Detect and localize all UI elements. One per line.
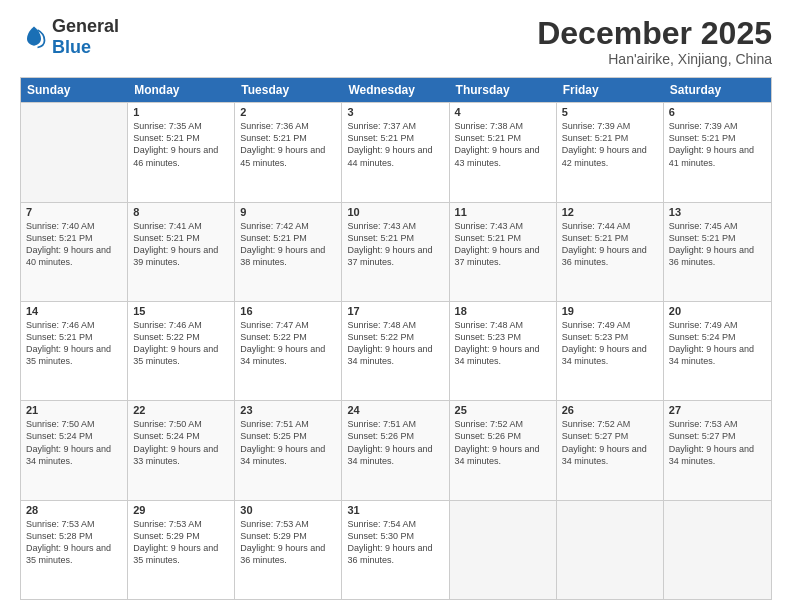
calendar-row-1: 7Sunrise: 7:40 AMSunset: 5:21 PMDaylight… bbox=[21, 202, 771, 301]
table-row: 9Sunrise: 7:42 AMSunset: 5:21 PMDaylight… bbox=[235, 203, 342, 301]
cell-info: Sunrise: 7:53 AMSunset: 5:29 PMDaylight:… bbox=[133, 518, 229, 567]
day-number: 18 bbox=[455, 305, 551, 317]
day-number: 6 bbox=[669, 106, 766, 118]
day-number: 12 bbox=[562, 206, 658, 218]
weekday-wednesday: Wednesday bbox=[342, 78, 449, 102]
cell-info: Sunrise: 7:39 AMSunset: 5:21 PMDaylight:… bbox=[562, 120, 658, 169]
cell-info: Sunrise: 7:46 AMSunset: 5:22 PMDaylight:… bbox=[133, 319, 229, 368]
table-row: 31Sunrise: 7:54 AMSunset: 5:30 PMDayligh… bbox=[342, 501, 449, 599]
table-row: 2Sunrise: 7:36 AMSunset: 5:21 PMDaylight… bbox=[235, 103, 342, 201]
table-row: 17Sunrise: 7:48 AMSunset: 5:22 PMDayligh… bbox=[342, 302, 449, 400]
day-number: 9 bbox=[240, 206, 336, 218]
day-number: 4 bbox=[455, 106, 551, 118]
day-number: 31 bbox=[347, 504, 443, 516]
calendar-row-2: 14Sunrise: 7:46 AMSunset: 5:21 PMDayligh… bbox=[21, 301, 771, 400]
logo-general: General bbox=[52, 16, 119, 36]
weekday-thursday: Thursday bbox=[450, 78, 557, 102]
day-number: 8 bbox=[133, 206, 229, 218]
page-container: General Blue December 2025 Han'airike, X… bbox=[0, 0, 792, 612]
cell-info: Sunrise: 7:46 AMSunset: 5:21 PMDaylight:… bbox=[26, 319, 122, 368]
cell-info: Sunrise: 7:51 AMSunset: 5:25 PMDaylight:… bbox=[240, 418, 336, 467]
table-row: 22Sunrise: 7:50 AMSunset: 5:24 PMDayligh… bbox=[128, 401, 235, 499]
table-row bbox=[450, 501, 557, 599]
day-number: 30 bbox=[240, 504, 336, 516]
day-number: 27 bbox=[669, 404, 766, 416]
table-row: 27Sunrise: 7:53 AMSunset: 5:27 PMDayligh… bbox=[664, 401, 771, 499]
cell-info: Sunrise: 7:51 AMSunset: 5:26 PMDaylight:… bbox=[347, 418, 443, 467]
cell-info: Sunrise: 7:52 AMSunset: 5:27 PMDaylight:… bbox=[562, 418, 658, 467]
day-number: 22 bbox=[133, 404, 229, 416]
logo-text: General Blue bbox=[52, 16, 119, 58]
table-row: 29Sunrise: 7:53 AMSunset: 5:29 PMDayligh… bbox=[128, 501, 235, 599]
location: Han'airike, Xinjiang, China bbox=[537, 51, 772, 67]
table-row bbox=[557, 501, 664, 599]
logo-icon bbox=[20, 23, 48, 51]
cell-info: Sunrise: 7:38 AMSunset: 5:21 PMDaylight:… bbox=[455, 120, 551, 169]
title-block: December 2025 Han'airike, Xinjiang, Chin… bbox=[537, 16, 772, 67]
table-row bbox=[664, 501, 771, 599]
table-row: 20Sunrise: 7:49 AMSunset: 5:24 PMDayligh… bbox=[664, 302, 771, 400]
table-row: 13Sunrise: 7:45 AMSunset: 5:21 PMDayligh… bbox=[664, 203, 771, 301]
cell-info: Sunrise: 7:49 AMSunset: 5:24 PMDaylight:… bbox=[669, 319, 766, 368]
table-row: 15Sunrise: 7:46 AMSunset: 5:22 PMDayligh… bbox=[128, 302, 235, 400]
cell-info: Sunrise: 7:50 AMSunset: 5:24 PMDaylight:… bbox=[26, 418, 122, 467]
table-row: 4Sunrise: 7:38 AMSunset: 5:21 PMDaylight… bbox=[450, 103, 557, 201]
day-number: 13 bbox=[669, 206, 766, 218]
day-number: 28 bbox=[26, 504, 122, 516]
table-row: 3Sunrise: 7:37 AMSunset: 5:21 PMDaylight… bbox=[342, 103, 449, 201]
table-row: 5Sunrise: 7:39 AMSunset: 5:21 PMDaylight… bbox=[557, 103, 664, 201]
cell-info: Sunrise: 7:42 AMSunset: 5:21 PMDaylight:… bbox=[240, 220, 336, 269]
cell-info: Sunrise: 7:36 AMSunset: 5:21 PMDaylight:… bbox=[240, 120, 336, 169]
day-number: 26 bbox=[562, 404, 658, 416]
month-title: December 2025 bbox=[537, 16, 772, 51]
cell-info: Sunrise: 7:44 AMSunset: 5:21 PMDaylight:… bbox=[562, 220, 658, 269]
table-row: 16Sunrise: 7:47 AMSunset: 5:22 PMDayligh… bbox=[235, 302, 342, 400]
table-row: 24Sunrise: 7:51 AMSunset: 5:26 PMDayligh… bbox=[342, 401, 449, 499]
cell-info: Sunrise: 7:52 AMSunset: 5:26 PMDaylight:… bbox=[455, 418, 551, 467]
calendar: Sunday Monday Tuesday Wednesday Thursday… bbox=[20, 77, 772, 600]
cell-info: Sunrise: 7:45 AMSunset: 5:21 PMDaylight:… bbox=[669, 220, 766, 269]
table-row: 10Sunrise: 7:43 AMSunset: 5:21 PMDayligh… bbox=[342, 203, 449, 301]
cell-info: Sunrise: 7:48 AMSunset: 5:22 PMDaylight:… bbox=[347, 319, 443, 368]
day-number: 19 bbox=[562, 305, 658, 317]
weekday-friday: Friday bbox=[557, 78, 664, 102]
day-number: 23 bbox=[240, 404, 336, 416]
table-row: 26Sunrise: 7:52 AMSunset: 5:27 PMDayligh… bbox=[557, 401, 664, 499]
table-row bbox=[21, 103, 128, 201]
cell-info: Sunrise: 7:37 AMSunset: 5:21 PMDaylight:… bbox=[347, 120, 443, 169]
calendar-body: 1Sunrise: 7:35 AMSunset: 5:21 PMDaylight… bbox=[21, 102, 771, 599]
logo-blue: Blue bbox=[52, 37, 91, 57]
calendar-row-3: 21Sunrise: 7:50 AMSunset: 5:24 PMDayligh… bbox=[21, 400, 771, 499]
day-number: 3 bbox=[347, 106, 443, 118]
logo: General Blue bbox=[20, 16, 119, 58]
day-number: 24 bbox=[347, 404, 443, 416]
day-number: 25 bbox=[455, 404, 551, 416]
day-number: 7 bbox=[26, 206, 122, 218]
table-row: 25Sunrise: 7:52 AMSunset: 5:26 PMDayligh… bbox=[450, 401, 557, 499]
cell-info: Sunrise: 7:35 AMSunset: 5:21 PMDaylight:… bbox=[133, 120, 229, 169]
cell-info: Sunrise: 7:40 AMSunset: 5:21 PMDaylight:… bbox=[26, 220, 122, 269]
weekday-monday: Monday bbox=[128, 78, 235, 102]
calendar-row-4: 28Sunrise: 7:53 AMSunset: 5:28 PMDayligh… bbox=[21, 500, 771, 599]
cell-info: Sunrise: 7:39 AMSunset: 5:21 PMDaylight:… bbox=[669, 120, 766, 169]
cell-info: Sunrise: 7:54 AMSunset: 5:30 PMDaylight:… bbox=[347, 518, 443, 567]
table-row: 21Sunrise: 7:50 AMSunset: 5:24 PMDayligh… bbox=[21, 401, 128, 499]
table-row: 6Sunrise: 7:39 AMSunset: 5:21 PMDaylight… bbox=[664, 103, 771, 201]
calendar-header: Sunday Monday Tuesday Wednesday Thursday… bbox=[21, 78, 771, 102]
cell-info: Sunrise: 7:48 AMSunset: 5:23 PMDaylight:… bbox=[455, 319, 551, 368]
weekday-tuesday: Tuesday bbox=[235, 78, 342, 102]
cell-info: Sunrise: 7:47 AMSunset: 5:22 PMDaylight:… bbox=[240, 319, 336, 368]
cell-info: Sunrise: 7:43 AMSunset: 5:21 PMDaylight:… bbox=[455, 220, 551, 269]
table-row: 7Sunrise: 7:40 AMSunset: 5:21 PMDaylight… bbox=[21, 203, 128, 301]
table-row: 12Sunrise: 7:44 AMSunset: 5:21 PMDayligh… bbox=[557, 203, 664, 301]
cell-info: Sunrise: 7:49 AMSunset: 5:23 PMDaylight:… bbox=[562, 319, 658, 368]
cell-info: Sunrise: 7:41 AMSunset: 5:21 PMDaylight:… bbox=[133, 220, 229, 269]
header: General Blue December 2025 Han'airike, X… bbox=[20, 16, 772, 67]
day-number: 21 bbox=[26, 404, 122, 416]
weekday-sunday: Sunday bbox=[21, 78, 128, 102]
table-row: 8Sunrise: 7:41 AMSunset: 5:21 PMDaylight… bbox=[128, 203, 235, 301]
day-number: 20 bbox=[669, 305, 766, 317]
table-row: 28Sunrise: 7:53 AMSunset: 5:28 PMDayligh… bbox=[21, 501, 128, 599]
table-row: 14Sunrise: 7:46 AMSunset: 5:21 PMDayligh… bbox=[21, 302, 128, 400]
table-row: 23Sunrise: 7:51 AMSunset: 5:25 PMDayligh… bbox=[235, 401, 342, 499]
